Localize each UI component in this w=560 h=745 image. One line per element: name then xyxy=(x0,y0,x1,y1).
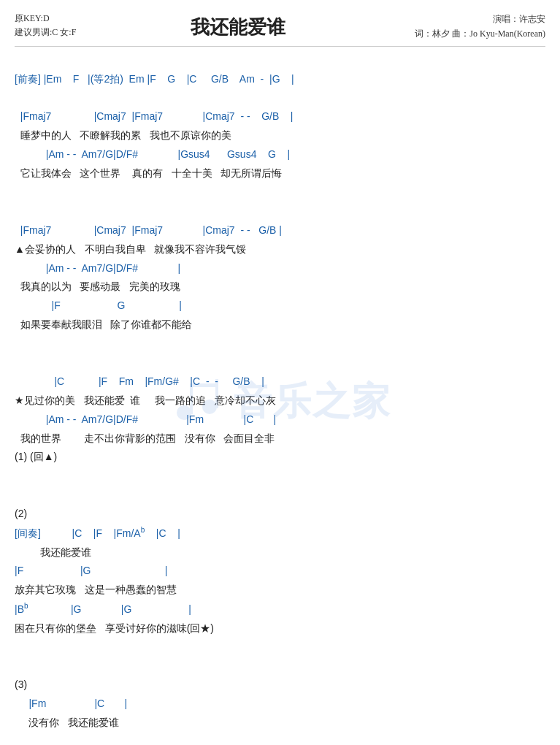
verse2-lyrics3: 如果要奉献我眼泪 除了你谁都不能给 xyxy=(15,318,192,330)
verse1-lyrics1: 睡梦中的人 不瞭解我的累 我也不原谅你的美 xyxy=(15,129,231,141)
repeat1: (1) (回▲) xyxy=(15,451,57,462)
song-title: 我还能爱谁 xyxy=(76,15,399,40)
intro-label: [前奏] xyxy=(15,73,41,85)
coda-chords1: |Fm |C | xyxy=(15,698,127,709)
intro-chords: |Em F |(等2拍) Em |F G |C G/B Am - |G | xyxy=(41,73,294,85)
chorus-chords1: |C |F Fm |Fm/G# |C - - G/B | xyxy=(15,375,264,387)
bridge-chords2: |Bb |G |G | xyxy=(15,603,191,615)
header: 原KEY:D 建议男调:C 女:F 我还能爱谁 演唱：许志安 词：林夕 曲：Jo… xyxy=(15,12,545,42)
chorus-chords2: |Am - - Am7/G|D/F# |Fm |C | xyxy=(15,413,276,425)
chorus-lyrics2: 我的世界 走不出你背影的范围 没有你 会面目全非 xyxy=(15,432,275,444)
performer-info: 演唱：许志安 词：林夕 曲：Jo Kyu-Man(Korean) xyxy=(399,12,545,42)
verse2-chords2: |Am - - Am7/G|D/F# | xyxy=(15,262,180,274)
divider-top xyxy=(15,46,545,47)
bridge-lyrics2: 困在只有你的堡垒 享受讨好你的滋味(回★) xyxy=(15,622,214,634)
verse2-chords1: |Fmaj7 |Cmaj7 |Fmaj7 |Cmaj7 - - G/B | xyxy=(15,224,282,236)
part3-label: (3) xyxy=(15,679,27,690)
verse1-chords1: |Fmaj7 |Cmaj7 |Fmaj7 |Cmaj7 - - G/B | xyxy=(15,110,293,122)
interlude-lyrics: 我还能爱谁 xyxy=(15,546,91,558)
suggested-key: 建议男调:C 女:F xyxy=(15,26,76,39)
verse1-chords2: |Am - - Am7/G|D/F# |Gsus4 Gsus4 G | xyxy=(15,148,290,160)
original-key: 原KEY:D xyxy=(15,12,76,26)
content: [前奏] |Em F |(等2拍) Em |F G |C G/B Am - |G… xyxy=(15,51,545,745)
key-info: 原KEY:D 建议男调:C 女:F xyxy=(15,12,76,39)
coda-lyrics1: 没有你 我还能爱谁 xyxy=(15,717,119,728)
chorus-lyrics1: ★见过你的美 我还能爱 谁 我一路的追 意冷却不心灰 xyxy=(15,394,276,406)
part2-label: (2) xyxy=(15,508,27,519)
page: 音乐之家 原KEY:D 建议男调:C 女:F 我还能爱谁 演唱：许志安 词：林夕… xyxy=(0,0,560,745)
performer: 演唱：许志安 xyxy=(399,12,545,26)
credits: 词：林夕 曲：Jo Kyu-Man(Korean) xyxy=(399,26,545,41)
verse1-lyrics2: 它让我体会 这个世界 真的有 十全十美 却无所谓后悔 xyxy=(15,167,282,179)
interlude-label: [间奏] |C |F |Fm/Ab |C | xyxy=(15,527,180,539)
verse2-lyrics1: ▲会妥协的人 不明白我自卑 就像我不容许我气馁 xyxy=(15,243,246,255)
bridge-lyrics1: 放弃其它玫瑰 这是一种愚蠢的智慧 xyxy=(15,584,177,595)
bridge-chords1: |F |G | xyxy=(15,565,167,576)
verse2-lyrics2: 我真的以为 要感动最 完美的玫瑰 xyxy=(15,280,180,292)
verse2-chords3: |F G | xyxy=(15,299,182,311)
